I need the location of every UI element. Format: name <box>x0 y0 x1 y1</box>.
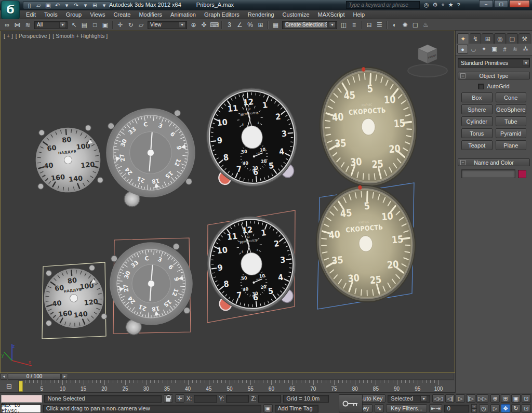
menu-create[interactable]: Create <box>109 11 135 18</box>
toggle-set-key-mode-button[interactable] <box>339 394 363 412</box>
maximize-viewport-button[interactable]: ⊡ <box>522 404 531 412</box>
search-binoculars-icon[interactable]: ◎ <box>424 2 429 8</box>
category-systems[interactable]: ⁂ <box>521 45 530 54</box>
menu-edit[interactable]: Edit <box>22 11 40 18</box>
tab-display[interactable]: ▢ <box>507 33 518 44</box>
select-and-link-icon[interactable]: ∞ <box>2 20 12 30</box>
rectangular-selection-region-icon[interactable]: □ <box>90 20 100 30</box>
play-button[interactable]: ▷ <box>456 394 465 403</box>
compass-gauge-top[interactable]: С3691215182124273033 <box>100 102 203 210</box>
minimize-button[interactable]: – <box>479 0 493 8</box>
render-production-icon[interactable]: ♨ <box>421 20 431 30</box>
category-lights[interactable]: ✦ <box>479 45 489 54</box>
object-type-cone-button[interactable]: Cone <box>496 92 527 102</box>
time-slider[interactable]: 0 / 100 <box>8 374 61 380</box>
menu-maxscript[interactable]: MAXScript <box>314 11 349 18</box>
object-type-rollout-header[interactable]: − Object Type <box>458 72 530 79</box>
object-type-torus-button[interactable]: Torus <box>461 128 493 138</box>
search-input[interactable] <box>346 1 420 9</box>
object-type-teapot-button[interactable]: Teapot <box>461 140 493 150</box>
autogrid-checkbox[interactable] <box>478 84 484 89</box>
application-menu-button[interactable]: Ϭ <box>1 1 20 19</box>
snaps-toggle-3d-icon[interactable]: 3 <box>224 20 234 30</box>
pan-button[interactable]: ✥ <box>501 404 510 412</box>
menu-group[interactable]: Group <box>62 11 86 18</box>
category-cameras[interactable]: ▣ <box>489 45 499 54</box>
select-by-name-icon[interactable]: ▤ <box>79 20 89 30</box>
absolute-offset-toggle[interactable]: ✛ <box>175 394 184 403</box>
clock-gauge-bottom[interactable]: 12123456789101112246810ВРЕМЯ ПОЛЕТА01020… <box>202 210 301 323</box>
menu-rendering[interactable]: Rendering <box>244 11 278 18</box>
percent-snap-icon[interactable]: % <box>245 20 255 30</box>
track-right-button[interactable]: ▸ <box>61 374 68 380</box>
spinner-up-icon[interactable]: ▴ <box>471 404 477 408</box>
layer-manager-icon[interactable]: ⊟ <box>364 20 374 30</box>
previous-frame-button[interactable]: ◁| <box>445 394 455 403</box>
close-button[interactable]: ✕ <box>509 0 530 8</box>
add-time-tag-field[interactable]: Add Time Tag <box>275 405 319 412</box>
select-and-rotate-icon[interactable]: ↻ <box>126 20 136 30</box>
isolate-selection-button[interactable]: ▣ <box>263 404 273 412</box>
orbit-button[interactable]: ↻ <box>511 404 521 412</box>
name-color-rollout-header[interactable]: − Name and Color <box>458 158 530 166</box>
bind-to-space-warp-icon[interactable]: ≋ <box>23 20 33 30</box>
go-to-end-button[interactable]: ▷▷ <box>476 394 488 403</box>
object-type-pyramid-button[interactable]: Pyramid <box>496 128 527 138</box>
selection-lock-toggle[interactable] <box>164 394 173 403</box>
unlink-selection-icon[interactable]: ⋈ <box>12 20 22 30</box>
spinner-down-icon[interactable]: ▾ <box>471 408 477 412</box>
tab-hierarchy[interactable]: ⊞ <box>482 33 494 44</box>
time-slider-track[interactable] <box>68 374 454 380</box>
tab-modify[interactable]: ↯ <box>470 33 482 44</box>
select-object-icon[interactable]: ↖ <box>69 20 79 30</box>
z-coordinate-field[interactable] <box>258 395 281 403</box>
compass-gauge-bottom[interactable]: С3691215182124273033 <box>103 236 200 337</box>
favorites-star-icon[interactable]: ★ <box>448 2 454 8</box>
category-geometry[interactable]: ● <box>457 45 468 54</box>
menu-modifiers[interactable]: Modifiers <box>135 11 166 18</box>
field-of-view-button[interactable]: ▷ <box>490 404 500 412</box>
object-type-cylinder-button[interactable]: Cylinder <box>461 116 493 126</box>
menu-help[interactable]: Help <box>349 11 369 18</box>
speed-gauge-top[interactable]: 51015202530354045км/часСКОРОСТЬ <box>316 64 421 190</box>
viewport-menu-shading[interactable]: [ Smooth + Highlights ] <box>52 33 108 39</box>
maxscript-mini-listener-field[interactable] <box>1 395 42 403</box>
object-type-geosphere-button[interactable]: GeoSphere <box>496 104 527 114</box>
menu-customize[interactable]: Customize <box>278 11 314 18</box>
material-editor-icon[interactable]: ◐ <box>390 20 400 30</box>
tab-utilities[interactable]: ⚒ <box>518 33 530 44</box>
spinner-snap-icon[interactable]: ⊞ <box>256 20 265 30</box>
graph-editors-icon[interactable]: ☰ <box>375 20 384 30</box>
select-and-manipulate-icon[interactable]: ✜ <box>199 20 209 30</box>
named-selection-set-dropdown[interactable]: Create Selection Se▾ <box>282 21 337 29</box>
menu-graph-editors[interactable]: Graph Editors <box>200 11 244 18</box>
tab-create[interactable]: ✦ <box>457 33 469 44</box>
object-type-sphere-button[interactable]: Sphere <box>461 104 493 114</box>
timeline-playhead[interactable] <box>19 381 23 392</box>
new-key-settings-button[interactable]: ∿ <box>375 404 384 412</box>
object-type-box-button[interactable]: Box <box>461 92 493 102</box>
zoom-button[interactable]: ⊕ <box>490 394 500 403</box>
boost-gauge-bottom[interactable]: 406080100120140160НАДДУВ <box>39 262 108 339</box>
edit-named-selection-sets-icon[interactable]: ▦ <box>271 20 281 30</box>
tab-motion[interactable]: ◎ <box>494 33 506 44</box>
viewport-menu-plus[interactable]: [ + ] <box>4 33 13 39</box>
current-frame-field[interactable]: 0 <box>444 405 469 412</box>
window-crossing-icon[interactable]: ▣ <box>100 20 110 30</box>
use-pivot-point-center-icon[interactable]: ⊕ <box>189 20 198 30</box>
menu-animation[interactable]: Animation <box>166 11 200 18</box>
object-color-swatch[interactable] <box>518 170 526 178</box>
x-coordinate-field[interactable] <box>194 395 217 403</box>
render-setup-icon[interactable]: ✺ <box>400 20 410 30</box>
boost-gauge-top[interactable]: 406080100120140160НАДДУВ <box>32 124 104 195</box>
category-shapes[interactable]: ◡ <box>469 45 478 54</box>
viewport-menu-pov[interactable]: [ Perspective ] <box>16 33 50 39</box>
key-mode-toggle-button[interactable]: ⇤⇥ <box>429 404 442 412</box>
category-space-warps[interactable]: ≋ <box>510 45 520 54</box>
viewcube[interactable]: FRONT <box>408 45 447 77</box>
mirror-icon[interactable]: ◫ <box>339 20 349 30</box>
rendered-frame-window-icon[interactable]: ▢ <box>410 20 420 30</box>
object-type-tube-button[interactable]: Tube <box>496 116 527 126</box>
primitive-type-dropdown[interactable]: Standard Primitives ▾ <box>458 58 530 68</box>
maximize-button[interactable]: ▢ <box>494 0 508 8</box>
